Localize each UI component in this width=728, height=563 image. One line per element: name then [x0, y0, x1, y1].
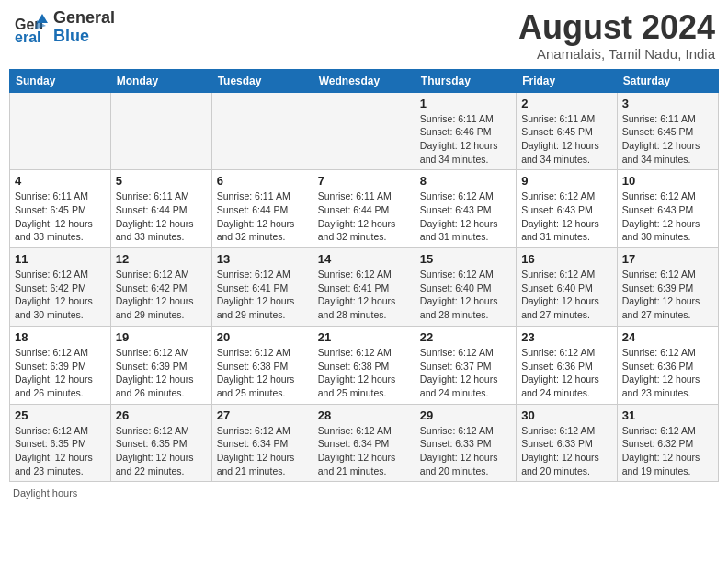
day-info: Sunrise: 6:12 AM Sunset: 6:34 PM Dayligh…	[217, 424, 308, 478]
calendar-cell: 22Sunrise: 6:12 AM Sunset: 6:37 PM Dayli…	[415, 326, 516, 404]
day-number: 3	[622, 97, 713, 110]
logo: Gen eral General Blue	[13, 9, 115, 46]
title-area: August 2024 Anamalais, Tamil Nadu, India	[518, 9, 715, 62]
calendar-title: August 2024	[518, 9, 715, 46]
day-number: 19	[116, 330, 207, 344]
day-number: 24	[622, 330, 713, 344]
svg-text:eral: eral	[15, 29, 40, 45]
day-info: Sunrise: 6:12 AM Sunset: 6:34 PM Dayligh…	[318, 424, 410, 478]
day-number: 4	[15, 174, 106, 188]
day-info: Sunrise: 6:11 AM Sunset: 6:44 PM Dayligh…	[318, 190, 410, 244]
calendar-cell: 29Sunrise: 6:12 AM Sunset: 6:33 PM Dayli…	[415, 404, 516, 482]
day-number: 7	[318, 174, 410, 188]
calendar-cell: 25Sunrise: 6:12 AM Sunset: 6:35 PM Dayli…	[10, 404, 111, 482]
day-number: 25	[15, 408, 106, 422]
day-number: 11	[15, 252, 106, 266]
calendar-cell: 7Sunrise: 6:11 AM Sunset: 6:44 PM Daylig…	[313, 170, 415, 248]
logo-icon: Gen eral	[13, 9, 50, 46]
calendar-cell	[313, 92, 415, 170]
day-number: 29	[420, 408, 511, 422]
calendar-cell: 3Sunrise: 6:11 AM Sunset: 6:45 PM Daylig…	[617, 92, 718, 170]
day-number: 20	[217, 330, 308, 344]
calendar-subtitle: Anamalais, Tamil Nadu, India	[518, 46, 715, 62]
day-number: 23	[521, 330, 612, 344]
day-number: 12	[116, 252, 207, 266]
day-info: Sunrise: 6:12 AM Sunset: 6:32 PM Dayligh…	[622, 424, 713, 478]
day-info: Sunrise: 6:12 AM Sunset: 6:39 PM Dayligh…	[116, 346, 207, 400]
calendar-cell: 8Sunrise: 6:12 AM Sunset: 6:43 PM Daylig…	[415, 170, 516, 248]
calendar-cell: 28Sunrise: 6:12 AM Sunset: 6:34 PM Dayli…	[313, 404, 415, 482]
day-info: Sunrise: 6:12 AM Sunset: 6:43 PM Dayligh…	[622, 190, 713, 244]
calendar-cell: 18Sunrise: 6:12 AM Sunset: 6:39 PM Dayli…	[10, 326, 111, 404]
calendar-cell: 4Sunrise: 6:11 AM Sunset: 6:45 PM Daylig…	[10, 170, 111, 248]
calendar-cell: 13Sunrise: 6:12 AM Sunset: 6:41 PM Dayli…	[211, 248, 313, 327]
day-info: Sunrise: 6:11 AM Sunset: 6:45 PM Dayligh…	[521, 112, 612, 167]
calendar-cell: 6Sunrise: 6:11 AM Sunset: 6:44 PM Daylig…	[211, 170, 313, 248]
day-number: 13	[217, 252, 308, 266]
day-number: 26	[116, 408, 207, 422]
day-number: 27	[217, 408, 308, 422]
calendar-cell: 15Sunrise: 6:12 AM Sunset: 6:40 PM Dayli…	[415, 248, 516, 327]
day-info: Sunrise: 6:12 AM Sunset: 6:43 PM Dayligh…	[420, 190, 511, 244]
calendar-cell: 11Sunrise: 6:12 AM Sunset: 6:42 PM Dayli…	[10, 248, 111, 327]
day-info: Sunrise: 6:11 AM Sunset: 6:44 PM Dayligh…	[116, 190, 207, 244]
day-info: Sunrise: 6:12 AM Sunset: 6:40 PM Dayligh…	[420, 268, 511, 322]
day-number: 6	[217, 174, 308, 188]
calendar-cell: 14Sunrise: 6:12 AM Sunset: 6:41 PM Dayli…	[313, 248, 415, 327]
day-number: 22	[420, 330, 511, 344]
day-info: Sunrise: 6:12 AM Sunset: 6:43 PM Dayligh…	[521, 190, 612, 244]
day-info: Sunrise: 6:12 AM Sunset: 6:36 PM Dayligh…	[521, 346, 612, 400]
day-number: 30	[521, 408, 612, 422]
calendar-cell: 26Sunrise: 6:12 AM Sunset: 6:35 PM Dayli…	[110, 404, 211, 482]
day-info: Sunrise: 6:12 AM Sunset: 6:37 PM Dayligh…	[420, 346, 511, 400]
day-info: Sunrise: 6:12 AM Sunset: 6:38 PM Dayligh…	[318, 346, 410, 400]
weekday-header-wednesday: Wednesday	[313, 69, 415, 92]
calendar-cell: 5Sunrise: 6:11 AM Sunset: 6:44 PM Daylig…	[110, 170, 211, 248]
calendar-table: SundayMondayTuesdayWednesdayThursdayFrid…	[9, 69, 719, 483]
day-number: 14	[318, 252, 410, 266]
day-number: 28	[318, 408, 410, 422]
day-number: 5	[116, 174, 207, 188]
day-info: Sunrise: 6:11 AM Sunset: 6:45 PM Dayligh…	[15, 190, 106, 244]
day-number: 17	[622, 252, 713, 266]
day-info: Sunrise: 6:12 AM Sunset: 6:33 PM Dayligh…	[420, 424, 511, 478]
day-info: Sunrise: 6:12 AM Sunset: 6:40 PM Dayligh…	[521, 268, 612, 322]
calendar-cell	[110, 92, 211, 170]
weekday-header-monday: Monday	[110, 69, 211, 92]
day-info: Sunrise: 6:12 AM Sunset: 6:36 PM Dayligh…	[622, 346, 713, 400]
day-number: 16	[521, 252, 612, 266]
day-number: 10	[622, 174, 713, 188]
day-info: Sunrise: 6:12 AM Sunset: 6:41 PM Dayligh…	[217, 268, 308, 322]
day-number: 21	[318, 330, 410, 344]
day-number: 8	[420, 174, 511, 188]
day-info: Sunrise: 6:11 AM Sunset: 6:45 PM Dayligh…	[622, 112, 713, 167]
calendar-cell: 16Sunrise: 6:12 AM Sunset: 6:40 PM Dayli…	[517, 248, 618, 327]
calendar-cell: 31Sunrise: 6:12 AM Sunset: 6:32 PM Dayli…	[617, 404, 718, 482]
calendar-cell: 10Sunrise: 6:12 AM Sunset: 6:43 PM Dayli…	[617, 170, 718, 248]
weekday-header-friday: Friday	[517, 69, 618, 92]
day-info: Sunrise: 6:12 AM Sunset: 6:35 PM Dayligh…	[116, 424, 207, 478]
calendar-cell: 1Sunrise: 6:11 AM Sunset: 6:46 PM Daylig…	[415, 92, 516, 170]
calendar-cell: 9Sunrise: 6:12 AM Sunset: 6:43 PM Daylig…	[517, 170, 618, 248]
calendar-cell	[10, 92, 111, 170]
day-number: 2	[521, 97, 612, 110]
day-info: Sunrise: 6:11 AM Sunset: 6:46 PM Dayligh…	[420, 112, 511, 167]
day-number: 1	[420, 97, 511, 110]
day-info: Sunrise: 6:12 AM Sunset: 6:42 PM Dayligh…	[116, 268, 207, 322]
calendar-cell: 20Sunrise: 6:12 AM Sunset: 6:38 PM Dayli…	[211, 326, 313, 404]
day-info: Sunrise: 6:12 AM Sunset: 6:39 PM Dayligh…	[622, 268, 713, 322]
day-number: 18	[15, 330, 106, 344]
calendar-cell: 21Sunrise: 6:12 AM Sunset: 6:38 PM Dayli…	[313, 326, 415, 404]
logo-text: General Blue	[53, 9, 115, 46]
footer-note: Daylight hours	[9, 488, 719, 499]
calendar-cell: 2Sunrise: 6:11 AM Sunset: 6:45 PM Daylig…	[517, 92, 618, 170]
calendar-cell: 19Sunrise: 6:12 AM Sunset: 6:39 PM Dayli…	[110, 326, 211, 404]
day-info: Sunrise: 6:12 AM Sunset: 6:33 PM Dayligh…	[521, 424, 612, 478]
calendar-cell: 24Sunrise: 6:12 AM Sunset: 6:36 PM Dayli…	[617, 326, 718, 404]
weekday-header-sunday: Sunday	[10, 69, 111, 92]
day-number: 31	[622, 408, 713, 422]
day-info: Sunrise: 6:12 AM Sunset: 6:41 PM Dayligh…	[318, 268, 410, 322]
weekday-header-thursday: Thursday	[415, 69, 516, 92]
header: Gen eral General Blue August 2024 Anamal…	[9, 9, 719, 62]
weekday-header-saturday: Saturday	[617, 69, 718, 92]
